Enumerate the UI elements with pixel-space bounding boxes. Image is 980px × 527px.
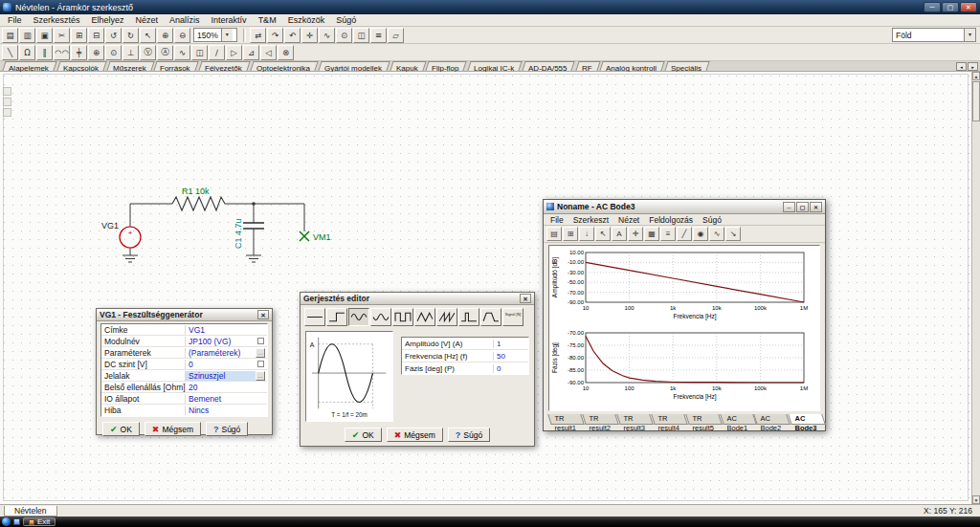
close-icon[interactable]: ✕ [257,310,269,319]
waveform-step-button[interactable] [326,308,347,326]
component-tab[interactable]: Gyártói modellek [318,61,390,71]
property-row[interactable]: IO állapot Bemenet [101,393,267,405]
capacitor-symbol[interactable] [243,223,264,229]
inductor-component-button[interactable]: ◠◠ [54,45,70,60]
zoom-in-button[interactable]: ⊕ [157,28,173,43]
property-row[interactable]: Modulnév JP100 (VG) [101,336,267,347]
ok-button[interactable]: ✔ OK [102,422,140,436]
diode-component-button[interactable]: ▷ [226,45,242,60]
component-tab[interactable]: Alapelemek [2,61,56,71]
menu-item[interactable]: Eszközök [282,14,331,26]
close-icon[interactable]: ✕ [520,294,531,303]
menu-item[interactable]: Szerkeszt [568,215,613,225]
ok-button[interactable]: ✔ OK [345,428,382,442]
result-tab[interactable]: TR result1 [547,414,585,425]
menu-item[interactable]: Szerkesztés [28,14,86,26]
property-row[interactable]: Jelalak Szinuszjel … [101,370,267,382]
menu-item[interactable]: File [546,215,568,225]
component-tab[interactable]: Optoelektronika [250,61,318,71]
opamp-component-button[interactable]: ◁ [260,45,277,60]
result-tab[interactable]: AC Bode2 [754,414,791,425]
waveform-cosine-button[interactable] [370,308,391,326]
signal-generator-component-button[interactable]: ∿ [174,45,190,60]
result-tab[interactable]: TR result2 [582,414,619,425]
menu-item[interactable]: Nézet [613,215,644,225]
probe-button[interactable]: ⊙ [336,28,352,43]
vg1-dialog[interactable]: VG1 - Feszültséggenerátor ✕ Címke VG1 Mo… [96,308,273,435]
minimize-button[interactable]: ─ [924,2,941,12]
battery-component-button[interactable]: ╪ [71,45,87,60]
help-button[interactable]: ? Súgó [448,428,490,442]
maximize-button[interactable]: ▢ [942,2,959,12]
crosshair-button[interactable]: ✛ [301,28,318,43]
vg1-dialog-titlebar[interactable]: VG1 - Feszültséggenerátor ✕ [97,309,272,321]
undo-button[interactable]: ↺ [105,28,122,43]
waveform-sawtooth-button[interactable] [436,308,457,326]
taskbar-exit-button[interactable]: Exit [23,517,56,526]
open-file-button[interactable]: ▥ [19,28,35,43]
menu-item[interactable]: Súgó [698,215,726,225]
signal-analysis-button[interactable]: ∿ [319,28,335,43]
oscilloscope-component-button[interactable]: ◫ [191,45,208,60]
component-tab[interactable]: Flip-flop [426,61,468,71]
component-tab[interactable]: RF [575,61,600,71]
close-button[interactable]: ✕ [960,2,977,12]
maximize-button[interactable]: ▢ [796,202,809,212]
property-row[interactable]: Címke VG1 [101,324,267,336]
result-tab[interactable]: AC Bode1 [720,414,756,425]
rotate-left-button[interactable]: ↶ [284,28,301,43]
new-file-button[interactable]: ▤ [2,28,18,43]
open-file-button[interactable]: ▤ [546,227,562,241]
property-row[interactable]: DC szint [V] 0 [101,359,267,370]
resistor-symbol[interactable] [172,197,230,210]
waveform-sine-button[interactable] [348,308,369,326]
voltmeter-component-button[interactable]: Ⓥ [140,45,156,60]
component-tab[interactable]: Félvezetők [198,61,250,71]
resistor-component-button[interactable]: Ω [19,45,35,60]
paste-button[interactable]: ⊟ [88,28,104,43]
property-row[interactable]: Belső ellenállás [Ohm] 20 [101,382,267,393]
ellipsis-button[interactable]: … [256,348,265,358]
property-row[interactable]: Paraméterek (Paraméterek) … [101,347,267,359]
marker-button[interactable]: ✛ [628,227,643,241]
copy-button[interactable]: ⊞ [71,28,87,43]
mirror-button[interactable]: ⇄ [250,28,266,43]
waveform-trapezoid-button[interactable] [480,308,501,326]
parameter-row[interactable]: Frekvencia [Hz] (f) 50 [402,350,528,362]
result-tab[interactable]: TR result4 [651,414,688,425]
component-tab[interactable]: Műszerek [106,61,154,71]
curve-button[interactable]: ∿ [709,227,724,241]
lamp-component-button[interactable]: ⊗ [278,45,294,60]
capacitor-component-button[interactable]: ‖ [36,45,53,60]
scroll-up-icon[interactable]: ▲ [972,72,980,80]
rotate-right-button[interactable]: ↷ [267,28,283,43]
ground-select[interactable]: Föld ▾ [892,28,976,42]
parameter-row[interactable]: Fázis [deg] (P) 0 [402,362,528,375]
voltage-source-component-button[interactable]: ⊕ [88,45,104,60]
resize-button[interactable]: ↘ [725,227,741,241]
diagram-titlebar[interactable]: Noname - AC Bode3 ─ ▢ ✕ [544,200,825,214]
canvas-vertical-scrollbar[interactable]: ▲ ▼ [971,72,980,504]
close-button[interactable]: ✕ [810,202,822,212]
menu-item[interactable]: T&M [253,14,282,26]
component-tab[interactable]: Kapcsolók [56,61,106,71]
schematic-canvas[interactable]: + R1 10k VG1 C1 4.7u VM1 [0,72,980,504]
scroll-down-icon[interactable]: ▼ [972,495,980,504]
text-button[interactable]: A [612,227,627,241]
point-button[interactable]: ◉ [693,227,708,241]
minimize-button[interactable]: ─ [783,202,795,212]
result-tab[interactable]: AC Bode3 [788,414,825,425]
waveform-triangle-button[interactable] [414,308,435,326]
zoom-select[interactable]: 150% ▾ [193,28,237,42]
start-button[interactable] [2,517,11,526]
shape-button[interactable]: ▱ [388,28,404,43]
parameter-row[interactable]: Amplitúdó [V] (A) 1 [402,338,528,350]
menu-item[interactable]: Analízis [164,14,206,26]
row-checkbox[interactable] [257,338,264,344]
legend-button[interactable]: ≡ [660,227,676,241]
export-button[interactable]: ↓ [579,227,594,241]
waveform-pulse-button[interactable] [458,308,479,326]
copy-button[interactable]: ⊞ [563,227,578,241]
voltage-pin-symbol[interactable] [300,231,309,241]
list-button[interactable]: ≡ [370,28,387,43]
